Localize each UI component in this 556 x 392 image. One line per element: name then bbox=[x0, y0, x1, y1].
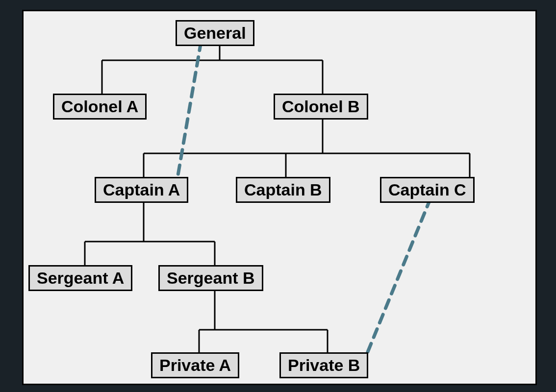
node-captain-b: Captain B bbox=[236, 177, 330, 203]
node-private-a: Private A bbox=[151, 352, 239, 378]
hierarchy-canvas: General Colonel A Colonel B Captain A Ca… bbox=[22, 10, 537, 385]
node-colonel-a: Colonel A bbox=[53, 94, 147, 120]
node-sergeant-a: Sergeant A bbox=[28, 265, 132, 291]
node-general: General bbox=[176, 20, 254, 46]
node-captain-c: Captain C bbox=[380, 177, 475, 203]
node-sergeant-b: Sergeant B bbox=[158, 265, 263, 291]
node-private-b: Private B bbox=[279, 352, 368, 378]
svg-line-17 bbox=[177, 42, 201, 178]
node-captain-a: Captain A bbox=[95, 177, 188, 203]
node-colonel-b: Colonel B bbox=[274, 94, 368, 120]
svg-line-18 bbox=[367, 198, 430, 354]
